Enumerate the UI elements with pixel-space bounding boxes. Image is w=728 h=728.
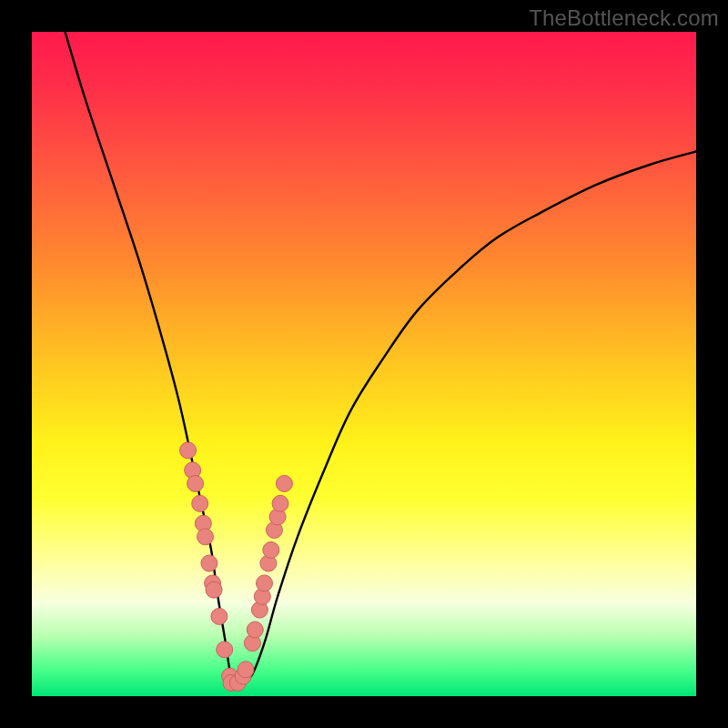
- marker-point: [272, 495, 288, 511]
- gradient-background: [32, 32, 696, 696]
- marker-point: [211, 608, 228, 624]
- marker-point: [187, 475, 204, 491]
- marker-point: [276, 475, 292, 491]
- marker-point: [180, 442, 197, 459]
- watermark-text: TheBottleneck.com: [529, 5, 719, 31]
- marker-point: [206, 581, 222, 598]
- marker-point: [247, 622, 263, 638]
- marker-point: [192, 495, 208, 511]
- marker-point: [217, 642, 233, 658]
- marker-point: [263, 541, 279, 558]
- plot-area: [32, 32, 696, 696]
- marker-point: [238, 662, 254, 678]
- chart-frame: TheBottleneck.com: [0, 0, 728, 728]
- bottleneck-chart: [32, 32, 696, 696]
- marker-point: [257, 575, 273, 592]
- marker-point: [197, 529, 214, 545]
- marker-point: [201, 555, 217, 571]
